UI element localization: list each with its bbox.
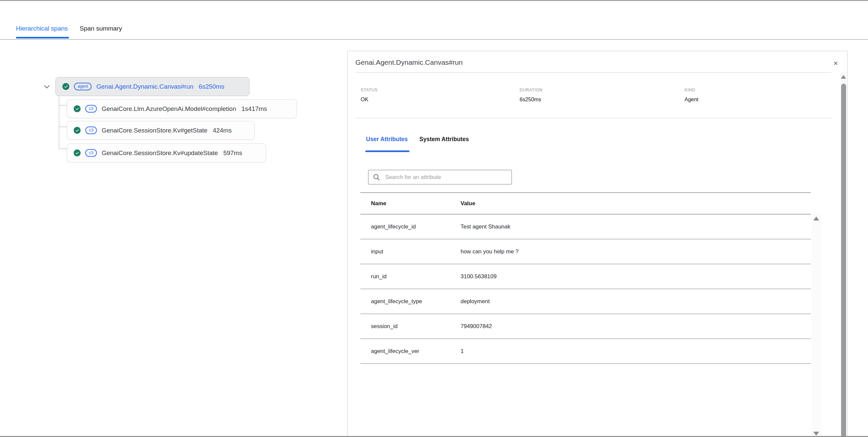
attribute-name: run_id <box>360 273 461 280</box>
tab-span-summary[interactable]: Span summary <box>80 25 122 32</box>
table-row: agent_lifecycle_id Test agent Shaunak <box>360 214 811 239</box>
name-column-header: Name <box>360 200 461 207</box>
scrollbar-thumb[interactable] <box>841 84 846 437</box>
span-detail-panel: Genai.Agent.Dynamic.Canvas#run ✕ STATUS … <box>347 51 848 437</box>
attribute-name: session_id <box>360 323 461 330</box>
span-kind-badge: c3 <box>85 105 97 113</box>
attribute-name: agent_lifecycle_type <box>360 298 461 305</box>
span-name: GenaiCore.Llm.AzureOpenAi.Model#completi… <box>101 105 236 113</box>
attribute-value: 3100.5638109 <box>461 273 811 280</box>
divider <box>355 118 831 118</box>
check-circle-icon <box>62 83 69 90</box>
span-duration: 1s417ms <box>242 105 267 113</box>
attribute-value: deployment <box>461 298 811 305</box>
check-circle-icon <box>74 149 81 156</box>
tree-connector-vertical <box>59 96 59 149</box>
trace-viewer-screen: Hierarchical spans Span summary agent Ge… <box>0 0 868 437</box>
close-icon[interactable]: ✕ <box>833 60 838 66</box>
span-kind-badge: c3 <box>85 126 97 134</box>
kind-value: Agent <box>684 97 699 103</box>
span-node-agent-run[interactable]: agent Genai.Agent.Dynamic.Canvas#run 6s2… <box>55 77 250 96</box>
active-tab-underline <box>16 37 69 38</box>
check-circle-icon <box>74 105 81 112</box>
status-label: STATUS <box>361 88 378 92</box>
divider <box>355 72 831 73</box>
span-duration: 6s250ms <box>199 83 224 90</box>
attribute-name: input <box>360 249 461 255</box>
attribute-value: Test agent Shaunak <box>461 224 811 230</box>
tree-connector-stub <box>59 105 67 106</box>
attribute-value: 7949007842 <box>461 323 811 330</box>
tab-system-attributes[interactable]: System Attributes <box>420 136 469 143</box>
table-scrollbar[interactable] <box>812 214 822 437</box>
table-row: session_id 7949007842 <box>360 314 811 339</box>
attribute-value: 1 <box>461 348 811 355</box>
tab-hierarchical-spans[interactable]: Hierarchical spans <box>16 25 68 32</box>
table-row: agent_lifecycle_ver 1 <box>360 339 811 364</box>
scroll-down-arrow-icon[interactable] <box>813 432 819 436</box>
check-circle-icon <box>74 127 81 134</box>
kind-label: KIND <box>684 88 695 92</box>
tab-user-attributes[interactable]: User Attributes <box>366 136 408 143</box>
span-kind-badge: c3 <box>85 149 97 157</box>
duration-label: DURATION <box>520 88 542 92</box>
span-node-updatestate[interactable]: c3 GenaiCore.SessionStore.Kv#updateState… <box>67 143 266 163</box>
table-row: agent_lifecycle_type deployment <box>360 289 811 314</box>
attribute-name: agent_lifecycle_id <box>360 224 461 230</box>
search-icon <box>373 173 380 181</box>
attribute-name: agent_lifecycle_ver <box>360 348 461 355</box>
table-header-row: Name Value <box>360 192 811 214</box>
panel-title: Genai.Agent.Dynamic.Canvas#run <box>355 58 463 66</box>
attributes-table: Name Value agent_lifecycle_id Test agent… <box>360 192 811 364</box>
span-node-llm-completion[interactable]: c3 GenaiCore.Llm.AzureOpenAi.Model#compl… <box>67 99 297 118</box>
panel-scrollbar[interactable] <box>840 73 847 437</box>
scroll-up-arrow-icon[interactable] <box>841 75 846 79</box>
table-row: input how can you help me ? <box>360 239 811 264</box>
chevron-down-icon[interactable] <box>44 84 51 90</box>
attribute-search-box <box>368 170 512 185</box>
table-row: run_id 3100.5638109 <box>360 264 811 289</box>
value-column-header: Value <box>461 200 811 207</box>
status-value: OK <box>361 97 368 103</box>
tree-connector-stub <box>59 126 67 127</box>
tree-connector-stub <box>59 148 67 149</box>
span-name: GenaiCore.SessionStore.Kv#updateState <box>101 149 218 157</box>
top-tab-bar: Hierarchical spans Span summary <box>0 1 868 40</box>
span-name: Genai.Agent.Dynamic.Canvas#run <box>96 83 193 90</box>
span-duration: 597ms <box>223 149 242 157</box>
search-input[interactable] <box>384 174 507 181</box>
duration-value: 6s250ms <box>520 97 541 103</box>
span-name: GenaiCore.SessionStore.Kv#getState <box>101 127 207 134</box>
span-duration: 424ms <box>213 127 231 134</box>
active-tab-underline <box>365 150 409 152</box>
span-node-getstate[interactable]: c3 GenaiCore.SessionStore.Kv#getState 42… <box>67 121 254 140</box>
scroll-up-arrow-icon[interactable] <box>813 216 819 221</box>
span-kind-badge: agent <box>74 83 92 90</box>
attribute-value: how can you help me ? <box>461 249 811 255</box>
